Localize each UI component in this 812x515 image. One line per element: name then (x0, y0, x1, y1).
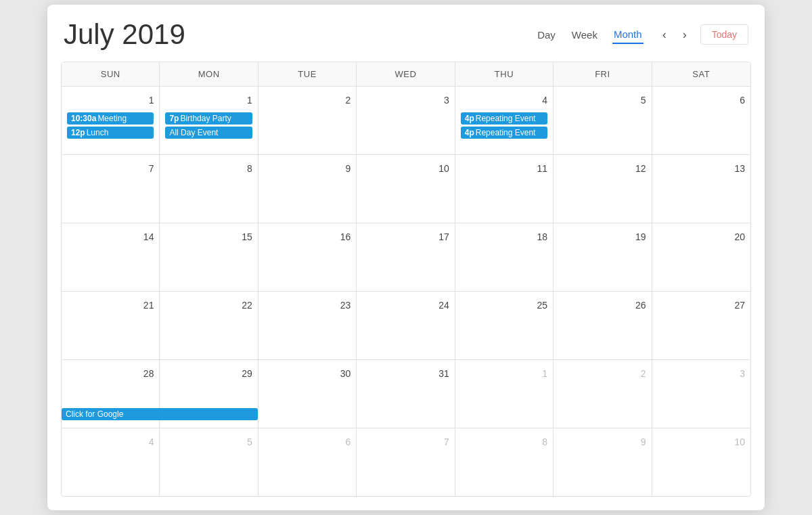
calendar-event[interactable]: 7pBirthday Party (165, 112, 252, 125)
day-cell[interactable]: 2 (258, 87, 357, 154)
day-cell[interactable]: 23 (258, 292, 357, 359)
event-title: Meeting (97, 114, 127, 123)
day-cell[interactable]: 12 (554, 155, 652, 223)
event-time: 10:30a (71, 114, 96, 123)
day-number: 17 (362, 227, 449, 246)
day-cell[interactable]: 15 (160, 223, 258, 291)
day-cell[interactable]: 22 (160, 292, 258, 359)
week-row: 21222324252627 (62, 292, 750, 360)
day-cell[interactable]: 2 (554, 360, 652, 428)
header-sat: Sat (652, 62, 750, 86)
day-number: 7 (67, 159, 154, 178)
day-cell[interactable]: 10 (357, 155, 455, 223)
day-cell[interactable]: 11 (455, 155, 554, 223)
day-cell[interactable]: 28Click for Google (62, 360, 160, 428)
day-cell[interactable]: 110:30aMeeting12pLunch (62, 87, 160, 154)
day-cell[interactable]: 7 (62, 155, 160, 223)
day-number: 13 (658, 159, 745, 178)
event-time: 4p (465, 128, 474, 137)
today-indicator: 7 (149, 163, 154, 174)
view-day-button[interactable]: Day (536, 26, 557, 43)
day-cell[interactable]: 5 (160, 428, 258, 496)
day-cell[interactable]: 31 (357, 360, 455, 428)
day-number: 1 (165, 91, 252, 110)
day-number: 25 (461, 296, 547, 315)
day-number: 7 (362, 432, 449, 451)
day-number: 3 (362, 91, 449, 110)
day-number: 11 (461, 159, 547, 178)
day-number: 5 (559, 91, 646, 110)
calendar-event[interactable]: 4pRepeating Event (461, 127, 547, 139)
week-row: 45678910 (62, 428, 750, 496)
day-number: 9 (559, 432, 646, 451)
calendar-event[interactable]: 10:30aMeeting (67, 112, 154, 125)
day-cell[interactable]: 7 (357, 428, 455, 496)
day-headers: Sun Mon Tue Wed Thu Fri Sat (62, 62, 750, 87)
day-number: 6 (658, 91, 745, 110)
prev-month-button[interactable]: ‹ (657, 25, 672, 45)
day-cell[interactable]: 3 (357, 87, 455, 154)
event-title: Lunch (87, 128, 109, 137)
calendar-event[interactable]: 4pRepeating Event (461, 112, 547, 125)
day-cell[interactable]: 13 (652, 155, 750, 223)
day-cell[interactable]: 10 (652, 428, 750, 496)
event-title: Repeating Event (476, 128, 536, 137)
day-cell[interactable]: 30 (258, 360, 357, 428)
day-cell[interactable]: 9 (554, 428, 652, 496)
day-cell[interactable]: 6 (258, 428, 357, 496)
week-row: 78910111213 (62, 155, 750, 223)
view-week-button[interactable]: Week (570, 26, 599, 43)
day-cell[interactable]: 24 (357, 292, 455, 359)
day-cell[interactable]: 8 (455, 428, 554, 496)
day-cell[interactable]: 25 (455, 292, 554, 359)
day-cell[interactable]: 19 (554, 223, 652, 291)
day-number: 23 (264, 296, 351, 315)
day-cell[interactable]: 17pBirthday PartyAll Day Event (160, 87, 258, 154)
event-time: 4p (465, 114, 474, 123)
day-cell[interactable]: 26 (554, 292, 652, 359)
header-fri: Fri (554, 62, 652, 86)
day-cell[interactable]: 9 (258, 155, 357, 223)
day-cell[interactable]: 44pRepeating Event4pRepeating Event (455, 87, 554, 154)
day-cell[interactable]: 3 (652, 360, 750, 428)
day-number: 21 (67, 296, 154, 315)
day-cell[interactable]: 17 (357, 223, 455, 291)
day-number: 2 (264, 91, 351, 110)
day-number: 4 (67, 432, 154, 451)
calendar-event[interactable]: Click for Google (62, 408, 258, 420)
day-cell[interactable]: 4 (62, 428, 160, 496)
day-number: 30 (264, 364, 351, 383)
day-number: 31 (362, 364, 449, 383)
event-title: Click for Google (66, 409, 123, 419)
nav-controls: ‹ › (657, 25, 692, 45)
today-button[interactable]: Today (700, 24, 748, 45)
day-cell[interactable]: 21 (62, 292, 160, 359)
next-month-button[interactable]: › (677, 25, 692, 45)
view-month-button[interactable]: Month (612, 26, 644, 44)
day-number: 26 (559, 296, 646, 315)
day-number: 1 (67, 91, 154, 110)
day-number: 22 (165, 296, 252, 315)
day-cell[interactable]: 14 (62, 223, 160, 291)
day-number: 20 (658, 227, 745, 246)
header-thu: Thu (455, 62, 554, 86)
calendar-title: July 2019 (64, 18, 536, 51)
day-cell[interactable]: 27 (652, 292, 750, 359)
view-controls: Day Week Month (536, 26, 643, 44)
day-cell[interactable]: 5 (554, 87, 652, 154)
week-row: 14151617181920 (62, 223, 750, 292)
day-cell[interactable]: 20 (652, 223, 750, 291)
day-cell[interactable]: 6 (652, 87, 750, 154)
day-cell[interactable]: 1 (455, 360, 554, 428)
header-mon: Mon (160, 62, 258, 86)
calendar-event[interactable]: All Day Event (165, 127, 252, 139)
event-title: All Day Event (169, 128, 218, 137)
event-time: 12p (71, 128, 85, 137)
day-number: 14 (67, 227, 154, 246)
day-cell[interactable]: 18 (455, 223, 554, 291)
day-cell[interactable]: 16 (258, 223, 357, 291)
calendar-event[interactable]: 12pLunch (67, 127, 154, 139)
day-number: 1 (461, 364, 547, 383)
day-number: 24 (362, 296, 449, 315)
day-cell[interactable]: 8 (160, 155, 258, 223)
